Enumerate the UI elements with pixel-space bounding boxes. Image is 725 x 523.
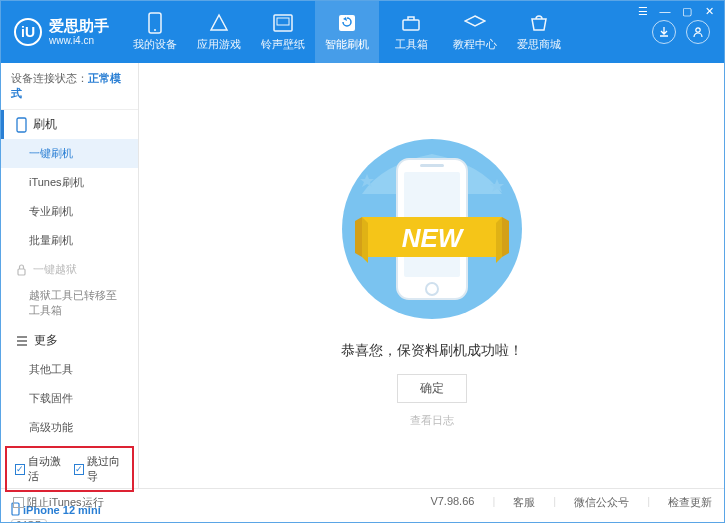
phone-icon <box>144 12 166 34</box>
svg-marker-19 <box>502 217 509 257</box>
logo-icon: iU <box>13 17 43 47</box>
brand-url: www.i4.cn <box>49 35 109 46</box>
svg-point-8 <box>696 28 700 32</box>
svg-marker-21 <box>362 217 368 263</box>
svg-rect-9 <box>17 118 26 132</box>
brand: iU 爱思助手 www.i4.cn <box>1 17 123 47</box>
picture-icon <box>272 12 294 34</box>
brand-title: 爱思助手 <box>49 18 109 35</box>
sidebar-item-oneclick-flash[interactable]: 一键刷机 <box>1 139 138 168</box>
nav-ringtones-wallpapers[interactable]: 铃声壁纸 <box>251 1 315 63</box>
nav-store[interactable]: 爱思商城 <box>507 1 571 63</box>
check-update-link[interactable]: 检查更新 <box>668 495 712 510</box>
store-icon <box>528 12 550 34</box>
device-storage: 64GB <box>11 519 47 523</box>
settings-icon[interactable]: ☰ <box>636 5 650 18</box>
header-right <box>652 20 724 44</box>
auto-options-box: ✓自动激活 ✓跳过向导 <box>5 446 134 492</box>
svg-rect-17 <box>420 164 444 167</box>
nav-apps-games[interactable]: 应用游戏 <box>187 1 251 63</box>
user-button[interactable] <box>686 20 710 44</box>
checkbox-auto-activate[interactable]: ✓自动激活 <box>15 454 66 484</box>
svg-rect-5 <box>277 18 289 25</box>
sidebar-item-other-tools[interactable]: 其他工具 <box>1 355 138 384</box>
sidebar-item-download-firmware[interactable]: 下载固件 <box>1 384 138 413</box>
checkbox-block-itunes[interactable]: ✓阻止iTunes运行 <box>13 495 104 510</box>
main-area: 设备连接状态：正常模式 刷机 一键刷机 iTunes刷机 专业刷机 批量刷机 一… <box>1 63 724 488</box>
lock-icon <box>16 264 27 276</box>
sidebar-section-more[interactable]: 更多 <box>1 326 138 355</box>
checkbox-skip-guide[interactable]: ✓跳过向导 <box>74 454 125 484</box>
maximize-icon[interactable]: ▢ <box>680 5 694 18</box>
download-button[interactable] <box>652 20 676 44</box>
nav-my-device[interactable]: 我的设备 <box>123 1 187 63</box>
menu-icon <box>16 336 28 346</box>
svg-marker-18 <box>355 217 362 257</box>
nav-toolbox[interactable]: 工具箱 <box>379 1 443 63</box>
sidebar-section-flash[interactable]: 刷机 <box>1 110 138 139</box>
ok-button[interactable]: 确定 <box>397 374 467 403</box>
success-illustration: NEW <box>357 124 507 324</box>
apps-icon <box>208 12 230 34</box>
app-header: iU 爱思助手 www.i4.cn 我的设备 应用游戏 铃声壁纸 智能刷机 工具… <box>1 1 724 63</box>
svg-rect-10 <box>18 269 25 275</box>
sidebar-section-jailbreak: 一键越狱 <box>1 255 138 284</box>
view-log-link[interactable]: 查看日志 <box>410 413 454 428</box>
nav-tutorials[interactable]: 教程中心 <box>443 1 507 63</box>
sidebar-item-pro-flash[interactable]: 专业刷机 <box>1 197 138 226</box>
content-pane: NEW 恭喜您，保资料刷机成功啦！ 确定 查看日志 <box>139 63 724 488</box>
toolbox-icon <box>400 12 422 34</box>
svg-text:iU: iU <box>21 24 35 40</box>
sidebar-item-advanced[interactable]: 高级功能 <box>1 413 138 442</box>
svg-marker-22 <box>496 217 502 263</box>
sidebar-item-batch-flash[interactable]: 批量刷机 <box>1 226 138 255</box>
success-message: 恭喜您，保资料刷机成功啦！ <box>341 342 523 360</box>
support-link[interactable]: 客服 <box>513 495 535 510</box>
refresh-icon <box>336 12 358 34</box>
wechat-link[interactable]: 微信公众号 <box>574 495 629 510</box>
svg-point-3 <box>154 29 156 31</box>
svg-rect-7 <box>403 20 419 30</box>
top-nav: 我的设备 应用游戏 铃声壁纸 智能刷机 工具箱 教程中心 爱思商城 <box>123 1 652 63</box>
close-icon[interactable]: ✕ <box>702 5 716 18</box>
svg-text:NEW: NEW <box>401 223 464 253</box>
jailbreak-moved-note: 越狱工具已转移至工具箱 <box>1 284 138 326</box>
connection-status: 设备连接状态：正常模式 <box>1 63 138 110</box>
sidebar-item-itunes-flash[interactable]: iTunes刷机 <box>1 168 138 197</box>
minimize-icon[interactable]: — <box>658 5 672 18</box>
phone-icon <box>16 117 27 133</box>
sidebar: 设备连接状态：正常模式 刷机 一键刷机 iTunes刷机 专业刷机 批量刷机 一… <box>1 63 139 488</box>
window-controls: ☰ — ▢ ✕ <box>636 5 716 18</box>
graduation-icon <box>464 12 486 34</box>
nav-smart-flash[interactable]: 智能刷机 <box>315 1 379 63</box>
version-label: V7.98.66 <box>430 495 474 510</box>
